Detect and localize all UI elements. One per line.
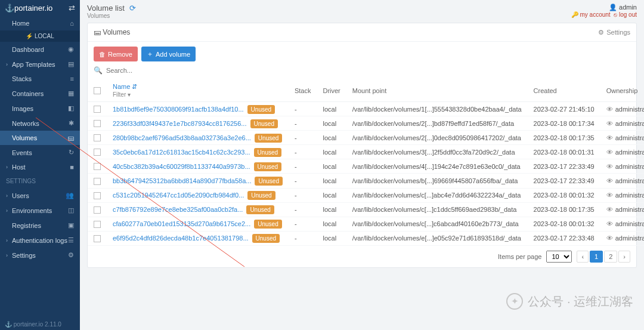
template-icon: ▤	[68, 60, 74, 68]
sidebar-item-host[interactable]: ›Host■	[0, 160, 80, 174]
volume-link[interactable]: 35c0ebc6a17d12c61813ac15cb41c62c3c293...	[113, 149, 250, 156]
volume-link[interactable]: 2236f33df03f49437e1e7bc87934cc8176256...	[113, 120, 247, 127]
logout-link[interactable]: ⎋ log out	[614, 11, 637, 18]
cell-created: 2023-02-18 00:17:35	[528, 131, 600, 145]
sidebar-item-images[interactable]: Images◧	[0, 101, 80, 116]
sidebar-item-events[interactable]: Events↻	[0, 145, 80, 160]
col-ownership[interactable]: Ownership	[600, 79, 644, 102]
sidebar-item-registries[interactable]: Registries▣	[0, 218, 80, 233]
volume-link[interactable]: bb3b6479425312ba6bbd814a890d77fbda58a...	[113, 177, 251, 184]
unused-badge: Unused	[254, 162, 281, 171]
brand[interactable]: ⚓ portainer.io ⇄	[0, 0, 80, 16]
volume-link[interactable]: 1b81bdf6ef9e750308069f91acfb138a4df10...	[113, 106, 244, 113]
hdd-icon: 🖴	[94, 28, 101, 36]
my-account-link[interactable]: 🔑 my account	[571, 11, 611, 18]
remove-button[interactable]: 🗑Remove	[94, 47, 138, 61]
sidebar-settings-heading: SETTINGS	[0, 174, 80, 188]
page-1[interactable]: 1	[590, 251, 603, 263]
gear-icon: ⚙	[598, 29, 604, 36]
cell-stack: -	[289, 202, 317, 217]
row-checkbox[interactable]	[94, 134, 101, 141]
sidebar-item-dashboard[interactable]: Dashboard◉	[0, 42, 80, 57]
logout-icon: ⎋	[614, 11, 617, 18]
row-checkbox[interactable]	[94, 106, 101, 113]
cell-created: 2023-02-18 00:17:35	[528, 202, 600, 217]
panel-header: 🖴 Volumes ⚙Settings	[88, 23, 636, 42]
table-row: e6f95d2c4dfd826decda48b1c7e4051381798...…	[88, 231, 644, 245]
events-icon: ↻	[69, 149, 74, 156]
filter-toggle[interactable]: Filter ▾	[113, 91, 131, 98]
sidebar-item-home[interactable]: Home ⌂	[0, 16, 80, 30]
volume-link[interactable]: e6f95d2c4dfd826decda48b1c7e4051381798...	[113, 235, 249, 242]
page-title-row: Volume list ⟳	[87, 4, 136, 13]
registry-icon: ▣	[68, 221, 74, 229]
cell-mount: /var/lib/docker/volumes/c[...]c1ddc5ff66…	[346, 202, 528, 217]
sidebar-item-networks[interactable]: Networks✱	[0, 116, 80, 131]
sidebar-label: Environments	[12, 207, 52, 214]
sidebar-item-volumes[interactable]: Volumes🖴	[0, 131, 80, 145]
volume-link[interactable]: 40c5bc382b39a4c60029f8b11337440a9973b...	[113, 163, 250, 170]
row-checkbox[interactable]	[94, 235, 101, 242]
unused-badge: Unused	[246, 205, 274, 214]
cell-created: 2023-02-17 22:33:49	[528, 159, 600, 174]
col-driver[interactable]: Driver	[317, 79, 346, 102]
search-input[interactable]	[106, 67, 630, 74]
sidebar-item-stacks[interactable]: Stacks≡	[0, 72, 80, 86]
page-2[interactable]: 2	[604, 251, 617, 263]
sidebar-item-users[interactable]: ›Users👥	[0, 188, 80, 203]
ipp-select[interactable]: 10	[546, 251, 572, 263]
volume-link[interactable]: c531c20519452647cc1d05e2090cfb984df0...	[113, 192, 244, 199]
plus-icon: ＋	[147, 50, 153, 58]
sidebar-item-containers[interactable]: Containers▦	[0, 86, 80, 101]
sidebar-item-app-templates[interactable]: ›App Templates▤	[0, 57, 80, 72]
breadcrumb[interactable]: Volumes	[87, 13, 136, 19]
eye-slash-icon: 👁	[606, 220, 613, 227]
users-icon: 👥	[66, 192, 74, 199]
table-row: 2236f33df03f49437e1e7bc87934cc8176256...…	[88, 116, 644, 131]
row-checkbox[interactable]	[94, 206, 101, 214]
col-mount[interactable]: Mount point	[346, 79, 528, 102]
col-stack[interactable]: Stack	[289, 79, 317, 102]
panel-title: Volumes	[103, 28, 130, 36]
search-row: 🔍	[88, 66, 636, 79]
row-checkbox[interactable]	[94, 192, 101, 199]
col-created[interactable]: Created	[528, 79, 600, 102]
cell-ownership: 👁administrators	[600, 217, 644, 231]
row-checkbox[interactable]	[94, 178, 101, 185]
cell-created: 2023-02-27 21:45:10	[528, 102, 600, 116]
page-prev[interactable]: ‹	[577, 251, 589, 263]
refresh-icon[interactable]: ⟳	[129, 4, 136, 13]
add-volume-button[interactable]: ＋Add volume	[141, 47, 196, 61]
cell-ownership: 👁administrators	[600, 145, 644, 159]
page-next[interactable]: ›	[618, 251, 630, 263]
sidebar-item-environments[interactable]: ›Environments◫	[0, 203, 80, 218]
volume-link[interactable]: cfa60277a70eb01ed153135d270a9b6175ce2...	[113, 220, 250, 227]
sidebar-label: Containers	[12, 90, 44, 97]
sidebar-env[interactable]: ⚡ LOCAL	[0, 30, 80, 42]
cell-mount: /var/lib/docker/volumes/b[...]69669f4458…	[346, 174, 528, 188]
sidebar-item-settings[interactable]: ›Settings⚙	[0, 248, 80, 263]
col-name[interactable]: Name ⇵	[113, 83, 137, 90]
cell-stack: -	[289, 131, 317, 145]
image-icon: ◧	[68, 104, 74, 112]
table-row: 280b98bc2aef6796ad5d3b8aa032736a3e2e6...…	[88, 131, 644, 145]
panel-settings[interactable]: ⚙Settings	[598, 29, 630, 36]
volume-link[interactable]: c7fb876792e89e7ce8ebe325af00aa0cb2fa...	[113, 206, 243, 213]
row-checkbox[interactable]	[94, 149, 101, 156]
user-icon: 👤	[609, 4, 617, 11]
swap-icon[interactable]: ⇄	[69, 4, 75, 13]
row-checkbox[interactable]	[94, 163, 101, 170]
sort-icon: ⇵	[132, 83, 137, 90]
sidebar-item-authlogs[interactable]: ›Authentication logs☰	[0, 233, 80, 248]
brand-name: portainer.io	[14, 4, 52, 13]
eye-slash-icon: 👁	[606, 134, 613, 141]
select-all-checkbox[interactable]	[94, 87, 101, 94]
eye-slash-icon: 👁	[606, 235, 613, 242]
cell-stack: -	[289, 159, 317, 174]
sidebar-label: Registries	[12, 222, 41, 229]
unused-badge: Unused	[254, 148, 281, 157]
volume-link[interactable]: 280b98bc2aef6796ad5d3b8aa032736a3e2e6...	[113, 134, 251, 141]
sidebar-label: Volumes	[12, 134, 37, 141]
row-checkbox[interactable]	[94, 120, 101, 127]
row-checkbox[interactable]	[94, 221, 101, 228]
